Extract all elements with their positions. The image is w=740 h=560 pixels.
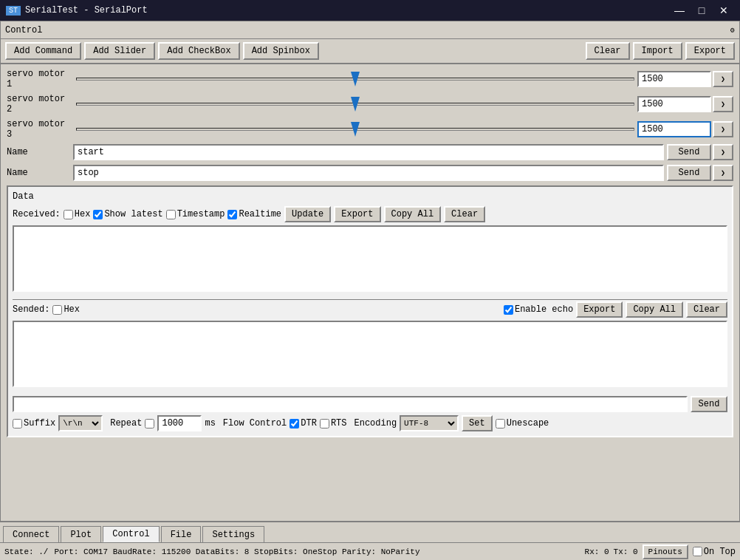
app-icon: ST bbox=[6, 6, 21, 16]
export-received-button[interactable]: Export bbox=[334, 206, 380, 222]
servo-arrow-1[interactable]: ❯ bbox=[713, 71, 733, 87]
tab-connect[interactable]: Connect bbox=[3, 526, 59, 542]
sended-controls-row: Sended: Hex Enable echo Export Copy All … bbox=[13, 301, 727, 318]
servo-row-1: servo motor 1 ❯ bbox=[4, 67, 736, 91]
control-label: Control bbox=[5, 25, 42, 35]
repeat-input[interactable] bbox=[157, 415, 202, 431]
toolbar-export-button[interactable]: Export bbox=[685, 42, 735, 60]
on-top-checkbox[interactable] bbox=[693, 547, 702, 556]
encoding-label: Encoding bbox=[354, 418, 397, 428]
pinouts-button[interactable]: Pinouts bbox=[643, 544, 688, 559]
rts-label[interactable]: RTS bbox=[320, 418, 347, 428]
servo-input-2[interactable] bbox=[637, 96, 711, 112]
encoding-select[interactable]: UTF-8 ASCII GB2312 bbox=[400, 415, 459, 431]
copy-all-received-button[interactable]: Copy All bbox=[384, 206, 442, 222]
servo-arrow-2[interactable]: ❯ bbox=[713, 96, 733, 112]
unescape-label[interactable]: Unescape bbox=[496, 418, 549, 428]
hex-received-label[interactable]: Hex bbox=[64, 209, 91, 219]
clear-received-button[interactable]: Clear bbox=[444, 206, 485, 222]
received-controls-row: Received: Hex Show latest Timestamp Real… bbox=[13, 206, 727, 222]
suffix-checkbox[interactable] bbox=[13, 419, 22, 428]
dtr-label[interactable]: DTR bbox=[290, 418, 317, 428]
servo-arrow-3[interactable]: ❯ bbox=[713, 121, 733, 137]
timestamp-checkbox[interactable] bbox=[166, 210, 176, 219]
hex-received-checkbox[interactable] bbox=[64, 210, 73, 219]
export-sended-button[interactable]: Export bbox=[576, 301, 623, 318]
servo-slider-3[interactable] bbox=[76, 128, 634, 131]
enable-echo-label[interactable]: Enable echo bbox=[504, 304, 573, 315]
unescape-checkbox[interactable] bbox=[496, 419, 505, 428]
realtime-checkbox[interactable] bbox=[227, 210, 237, 219]
received-textarea[interactable] bbox=[13, 225, 727, 292]
minimize-button[interactable]: — bbox=[669, 3, 690, 18]
servo-label-2: servo motor 2 bbox=[7, 94, 73, 115]
show-latest-label[interactable]: Show latest bbox=[93, 209, 162, 219]
clear-sended-button[interactable]: Clear bbox=[686, 301, 727, 318]
name-input-2[interactable] bbox=[73, 165, 664, 181]
name-input-1[interactable] bbox=[73, 144, 664, 160]
divider-1 bbox=[13, 299, 727, 300]
add-checkbox-button[interactable]: Add CheckBox bbox=[158, 42, 239, 60]
servo-input-3[interactable] bbox=[637, 121, 711, 137]
suffix-select[interactable]: \r\n \n \r None bbox=[58, 415, 103, 431]
encoding-group: Encoding UTF-8 ASCII GB2312 Set Unescape bbox=[354, 415, 549, 431]
suffix-checkbox-label[interactable]: Suffix bbox=[13, 418, 55, 428]
servo-slider-2[interactable] bbox=[76, 103, 634, 106]
name-arrow-1[interactable]: ❯ bbox=[713, 144, 733, 160]
realtime-label[interactable]: Realtime bbox=[227, 209, 281, 219]
enable-echo-checkbox[interactable] bbox=[504, 305, 513, 315]
app-title: SerialTest - SerialPort bbox=[25, 5, 148, 16]
servo-input-1[interactable] bbox=[637, 71, 711, 87]
status-bar: State: ./ Port: COM17 BaudRate: 115200 D… bbox=[0, 542, 740, 560]
name-arrow-2[interactable]: ❯ bbox=[713, 165, 733, 181]
servo-slider-1[interactable] bbox=[76, 78, 634, 81]
tab-plot[interactable]: Plot bbox=[61, 526, 101, 542]
name-row-2: Name Send ❯ bbox=[4, 163, 736, 182]
tab-file[interactable]: File bbox=[161, 526, 202, 542]
rts-checkbox[interactable] bbox=[320, 419, 329, 428]
sended-textarea[interactable] bbox=[13, 321, 727, 387]
hex-sended-label[interactable]: Hex bbox=[52, 304, 80, 315]
name-send-2[interactable]: Send bbox=[667, 165, 711, 181]
send-input[interactable] bbox=[13, 396, 688, 412]
state-text: State: ./ bbox=[4, 547, 48, 556]
tx-text: Tx: 0 bbox=[614, 547, 638, 556]
flow-control-group: Flow Control DTR RTS bbox=[223, 418, 347, 428]
toolbar-clear-button[interactable]: Clear bbox=[586, 42, 630, 60]
add-slider-button[interactable]: Add Slider bbox=[84, 42, 155, 60]
options-row: Suffix \r\n \n \r None Repeat bbox=[13, 415, 727, 431]
timestamp-label[interactable]: Timestamp bbox=[166, 209, 225, 219]
data-panel-title: Data bbox=[13, 191, 727, 202]
add-spinbox-button[interactable]: Add Spinbox bbox=[243, 42, 319, 60]
send-button[interactable]: Send bbox=[691, 396, 727, 412]
repeat-checkbox-label[interactable] bbox=[145, 419, 154, 428]
repeat-unit: ms bbox=[205, 418, 215, 428]
send-row: Send bbox=[13, 396, 727, 412]
on-top-label[interactable]: On Top bbox=[693, 547, 736, 557]
name-label-2: Name bbox=[7, 168, 73, 178]
name-send-1[interactable]: Send bbox=[667, 144, 711, 160]
rx-text: Rx: 0 bbox=[585, 547, 609, 556]
status-right: Rx: 0 Tx: 0 Pinouts On Top bbox=[585, 544, 736, 559]
show-latest-checkbox[interactable] bbox=[93, 210, 103, 219]
add-command-button[interactable]: Add Command bbox=[5, 42, 81, 60]
close-button[interactable]: ✕ bbox=[713, 3, 734, 18]
title-bar-title: ST SerialTest - SerialPort bbox=[6, 5, 148, 16]
set-button[interactable]: Set bbox=[462, 415, 493, 431]
tab-settings[interactable]: Settings bbox=[202, 526, 264, 542]
toolbar-import-button[interactable]: Import bbox=[633, 42, 682, 60]
title-bar-controls: — □ ✕ bbox=[669, 3, 734, 18]
hex-sended-checkbox[interactable] bbox=[52, 305, 62, 315]
sended-label: Sended: bbox=[13, 304, 49, 315]
repeat-checkbox[interactable] bbox=[145, 419, 154, 428]
tab-control[interactable]: Control bbox=[103, 526, 159, 542]
port-info-text: Port: COM17 BaudRate: 115200 DataBits: 8… bbox=[54, 547, 419, 556]
main-container: Control ⚙ Add Command Add Slider Add Che… bbox=[0, 21, 740, 560]
control-header: Control ⚙ bbox=[0, 21, 740, 38]
copy-all-sended-button[interactable]: Copy All bbox=[626, 301, 683, 318]
maximize-button[interactable]: □ bbox=[691, 3, 712, 18]
servo-row-3: servo motor 3 ❯ bbox=[4, 117, 736, 141]
data-panel: Data Received: Hex Show latest Timestamp bbox=[7, 185, 733, 437]
dtr-checkbox[interactable] bbox=[290, 419, 299, 428]
update-button[interactable]: Update bbox=[284, 206, 331, 222]
